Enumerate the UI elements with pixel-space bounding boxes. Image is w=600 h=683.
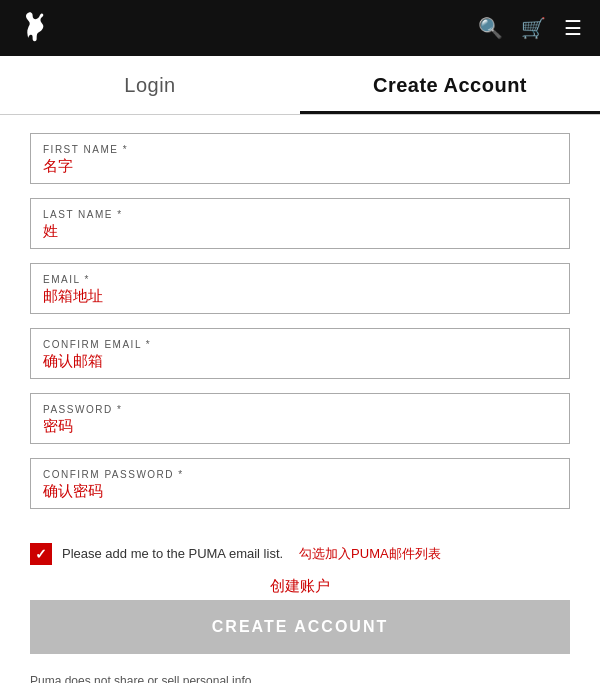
field-group-email-input: EMAIL * xyxy=(30,263,570,314)
first-name-input[interactable] xyxy=(43,157,557,174)
email-input[interactable] xyxy=(43,287,557,304)
create-annotation: 创建账户 xyxy=(0,577,600,596)
confirm-password-input[interactable] xyxy=(43,482,557,499)
field-label-email-input: EMAIL * xyxy=(43,274,557,285)
checkbox-annotation: 勾选加入PUMA邮件列表 xyxy=(299,545,441,563)
field-label-first-name-input: FIRST NAME * xyxy=(43,144,557,155)
password-input[interactable] xyxy=(43,417,557,434)
checkbox-row: ✓ Please add me to the PUMA email list. … xyxy=(30,543,570,565)
field-label-password-input: PASSWORD * xyxy=(43,404,557,415)
tab-login[interactable]: Login xyxy=(0,56,300,114)
header: 🔍 🛒 ☰ xyxy=(0,0,600,56)
footer: Puma does not share or sell personal inf… xyxy=(0,672,600,683)
header-icons: 🔍 🛒 ☰ xyxy=(478,16,582,40)
form-area: FIRST NAME *LAST NAME *EMAIL *CONFIRM EM… xyxy=(0,115,600,533)
cart-icon[interactable]: 🛒 xyxy=(521,16,546,40)
field-label-last-name-input: LAST NAME * xyxy=(43,209,557,220)
field-group-last-name-input: LAST NAME * xyxy=(30,198,570,249)
field-group-confirm-email-input: CONFIRM EMAIL * xyxy=(30,328,570,379)
email-opt-in-container: ✓ Please add me to the PUMA email list. … xyxy=(30,543,570,565)
field-label-confirm-password-input: CONFIRM PASSWORD * xyxy=(43,469,557,480)
field-group-confirm-password-input: CONFIRM PASSWORD * xyxy=(30,458,570,509)
email-opt-in-checkbox[interactable]: ✓ xyxy=(30,543,52,565)
field-group-first-name-input: FIRST NAME * xyxy=(30,133,570,184)
menu-icon[interactable]: ☰ xyxy=(564,16,582,40)
tabs: Login Create Account xyxy=(0,56,600,115)
privacy-text: Puma does not share or sell personal inf… xyxy=(30,674,255,683)
last-name-input[interactable] xyxy=(43,222,557,239)
create-account-button[interactable]: CREATE ACCOUNT xyxy=(30,600,570,654)
puma-logo xyxy=(18,9,52,47)
field-group-password-input: PASSWORD * xyxy=(30,393,570,444)
field-label-confirm-email-input: CONFIRM EMAIL * xyxy=(43,339,557,350)
checkmark-icon: ✓ xyxy=(35,546,47,562)
checkbox-label: Please add me to the PUMA email list. xyxy=(62,545,283,563)
tab-create[interactable]: Create Account xyxy=(300,56,600,114)
confirm-email-input[interactable] xyxy=(43,352,557,369)
search-icon[interactable]: 🔍 xyxy=(478,16,503,40)
